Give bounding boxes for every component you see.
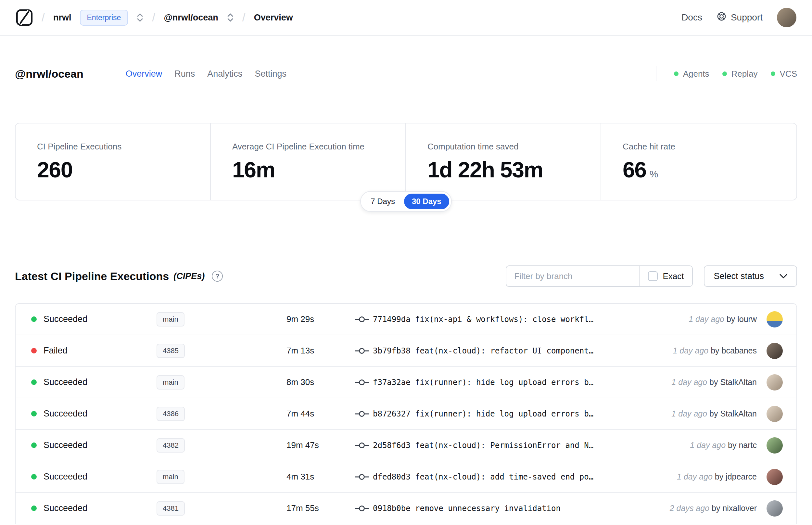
row-meta: 1 day ago by bcabanes <box>673 346 764 356</box>
row-author: by bcabanes <box>711 346 757 355</box>
row-duration: 7m 13s <box>287 346 355 356</box>
status-dot-failed-icon <box>31 348 37 354</box>
org-switcher-chevron-up-down-icon[interactable] <box>136 13 143 22</box>
author-avatar <box>767 469 783 485</box>
top-navbar: / nrwl Enterprise / @nrwl/ocean / Overvi… <box>0 0 812 36</box>
chevron-down-icon <box>780 274 787 279</box>
status-agents[interactable]: Agents <box>674 69 709 79</box>
metric-value: 1d 22h 53m <box>427 157 600 182</box>
date-range-toggle: 7 Days 30 Days <box>360 191 451 212</box>
cipe-table: Succeeded main 9m 29s 771499da fix(nx-ap… <box>15 303 797 524</box>
row-author: by nartc <box>728 440 757 450</box>
workspace-status-group: Agents Replay VCS <box>656 66 797 81</box>
row-time: 1 day ago <box>677 472 713 481</box>
row-meta: 1 day ago by jdpearce <box>677 472 764 481</box>
breadcrumb-workspace: @nrwl/ocean <box>164 13 218 23</box>
cipe-section-subtitle: (CIPEs) <box>173 271 205 281</box>
metric-value: 66% <box>623 157 796 182</box>
row-status: Succeeded <box>44 472 156 482</box>
help-question-circle-icon[interactable]: ? <box>212 271 223 282</box>
author-avatar <box>767 500 783 516</box>
row-status: Failed <box>44 346 156 356</box>
status-replay-label: Replay <box>732 69 758 79</box>
cipe-row[interactable]: Succeeded main 4m 31s dfed80d3 feat(nx-c… <box>16 461 796 493</box>
cipe-row[interactable]: Succeeded 4382 19m 47s 2d58f6d3 feat(nx-… <box>16 430 796 461</box>
author-avatar <box>767 343 783 359</box>
commit-message: 2d58f6d3 feat(nx-cloud): PermissionError… <box>373 441 690 450</box>
row-time: 1 day ago <box>689 314 724 324</box>
filter-branch-input[interactable] <box>506 266 640 287</box>
docs-link[interactable]: Docs <box>681 12 702 23</box>
tab-runs[interactable]: Runs <box>174 67 196 81</box>
breadcrumb-page: Overview <box>254 13 293 23</box>
workspace-switcher-chevron-up-down-icon[interactable] <box>227 13 234 22</box>
branch-badge: 4382 <box>156 438 185 452</box>
cipe-section-header: Latest CI Pipeline Executions (CIPEs) ? … <box>15 266 797 287</box>
row-meta: 1 day ago by StalkAltan <box>671 377 764 387</box>
row-duration: 8m 30s <box>287 377 355 387</box>
git-commit-icon <box>355 504 373 513</box>
exact-label: Exact <box>663 271 684 281</box>
range-option-7-days[interactable]: 7 Days <box>363 194 403 209</box>
row-duration: 4m 31s <box>287 472 355 482</box>
status-vcs[interactable]: VCS <box>771 69 797 79</box>
row-meta: 1 day ago by StalkAltan <box>671 409 764 418</box>
author-avatar <box>767 374 783 390</box>
row-status: Succeeded <box>44 409 156 419</box>
status-dot-success-icon <box>31 474 37 480</box>
status-agents-label: Agents <box>683 69 709 79</box>
navbar-right: Docs Support <box>681 8 796 27</box>
status-replay[interactable]: Replay <box>722 69 758 79</box>
author-avatar <box>767 406 783 422</box>
git-commit-icon <box>355 315 373 324</box>
workspace-header: @nrwl/ocean Overview Runs Analytics Sett… <box>15 65 797 82</box>
green-dot-icon <box>674 72 678 76</box>
metric-card-avg-execution-time: Average CI Pipeline Execution time 16m <box>211 123 406 200</box>
row-duration: 17m 55s <box>287 503 355 513</box>
green-dot-icon <box>771 72 775 76</box>
status-vcs-label: VCS <box>780 69 797 79</box>
nx-cloud-logo-icon[interactable] <box>16 9 33 26</box>
row-duration: 9m 29s <box>287 314 355 324</box>
tab-analytics[interactable]: Analytics <box>206 67 243 81</box>
row-time: 1 day ago <box>673 346 708 355</box>
breadcrumb-separator: / <box>152 11 155 24</box>
git-commit-icon <box>355 473 373 481</box>
branch-badge: 4385 <box>156 344 185 358</box>
breadcrumb-org: nrwl <box>53 13 72 23</box>
cipe-row[interactable]: Succeeded main 9m 29s 771499da fix(nx-ap… <box>16 304 796 335</box>
range-toggle-wrap: 7 Days 30 Days <box>15 191 797 212</box>
lifebuoy-icon <box>717 11 726 24</box>
support-link[interactable]: Support <box>717 11 763 24</box>
row-duration: 19m 47s <box>287 440 355 450</box>
breadcrumb-separator: / <box>42 11 45 24</box>
tab-settings[interactable]: Settings <box>254 67 287 81</box>
row-meta: 1 day ago by nartc <box>690 440 764 450</box>
cipe-row[interactable]: Succeeded 4386 7m 44s b8726327 fix(runne… <box>16 398 796 430</box>
exact-match-control: Exact <box>639 266 693 287</box>
cipe-row[interactable]: Succeeded 4381 17m 55s 0918b0be remove u… <box>16 493 796 524</box>
exact-checkbox[interactable] <box>648 271 658 281</box>
vertical-divider <box>656 66 656 81</box>
git-commit-icon <box>355 378 373 387</box>
row-meta: 2 days ago by nixallover <box>670 504 764 513</box>
metric-card-ci-executions: CI Pipeline Executions 260 <box>16 123 211 200</box>
user-avatar[interactable] <box>777 8 796 27</box>
select-status-label: Select status <box>714 271 764 281</box>
range-option-30-days[interactable]: 30 Days <box>404 194 449 209</box>
cipe-row[interactable]: Failed 4385 7m 13s 3b79fb38 feat(nx-clou… <box>16 335 796 367</box>
green-dot-icon <box>722 72 727 76</box>
cipe-section-title: Latest CI Pipeline Executions <box>15 270 169 283</box>
row-status: Succeeded <box>44 314 156 324</box>
row-status: Succeeded <box>44 440 156 450</box>
select-status-dropdown[interactable]: Select status <box>704 266 797 287</box>
cipe-row[interactable]: Succeeded main 8m 30s f37a32ae fix(runne… <box>16 367 796 398</box>
row-duration: 7m 44s <box>287 409 355 419</box>
page-content: @nrwl/ocean Overview Runs Analytics Sett… <box>0 65 812 524</box>
row-author: by nixallover <box>711 504 757 513</box>
row-time: 1 day ago <box>671 377 707 387</box>
author-avatar <box>767 311 783 328</box>
metric-value: 260 <box>37 157 210 182</box>
author-avatar <box>767 437 783 453</box>
tab-overview[interactable]: Overview <box>125 67 163 81</box>
